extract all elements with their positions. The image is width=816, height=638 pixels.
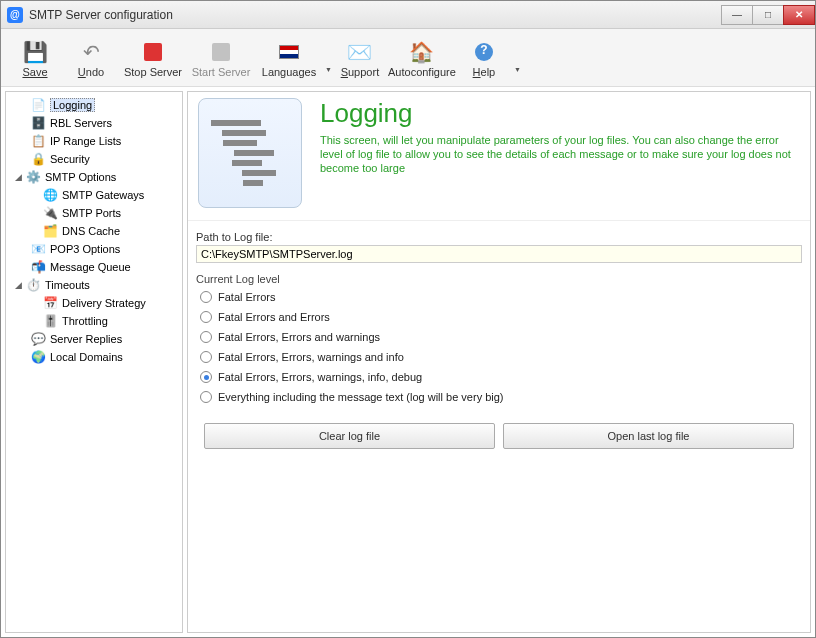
- clear-log-button[interactable]: Clear log file: [204, 423, 495, 449]
- page-description: This screen, will let you manipulate par…: [320, 133, 800, 175]
- tree-item-smtp-ports[interactable]: 🔌SMTP Ports: [6, 204, 182, 222]
- domain-icon: 🌍: [30, 349, 46, 365]
- mail-icon: 📧: [30, 241, 46, 257]
- start-server-label: Start Server: [192, 66, 251, 78]
- undo-button[interactable]: ↶ Undo: [63, 31, 119, 85]
- list-icon: 📋: [30, 133, 46, 149]
- flag-icon: [275, 38, 303, 66]
- start-server-button[interactable]: Start Server: [187, 31, 255, 85]
- radio-fatal-errors[interactable]: Fatal Errors and Errors: [200, 311, 802, 323]
- toolbar: 💾 Save ↶ Undo Stop Server Start Server L…: [1, 29, 815, 87]
- minimize-button[interactable]: —: [721, 5, 753, 25]
- radio-fatal-errors-warnings-info[interactable]: Fatal Errors, Errors, warnings and info: [200, 351, 802, 363]
- tree-item-security[interactable]: 🔒Security: [6, 150, 182, 168]
- minimize-icon: —: [732, 9, 742, 20]
- help-button[interactable]: ? Help: [456, 31, 512, 85]
- help-label: Help: [473, 66, 496, 78]
- tree-item-message-queue[interactable]: 📬Message Queue: [6, 258, 182, 276]
- gateway-icon: 🌐: [42, 187, 58, 203]
- undo-icon: ↶: [77, 38, 105, 66]
- start-icon: [207, 38, 235, 66]
- open-log-button[interactable]: Open last log file: [503, 423, 794, 449]
- navigation-tree: 📄Logging 🗄️RBL Servers 📋IP Range Lists 🔒…: [5, 91, 183, 633]
- undo-label: Undo: [78, 66, 104, 78]
- autoconfigure-button[interactable]: 🏠 Autoconfigure: [388, 31, 456, 85]
- radio-fatal-errors-warnings[interactable]: Fatal Errors, Errors and warnings: [200, 331, 802, 343]
- tree-item-ip-range-lists[interactable]: 📋IP Range Lists: [6, 132, 182, 150]
- tree-item-local-domains[interactable]: 🌍Local Domains: [6, 348, 182, 366]
- maximize-icon: □: [765, 9, 771, 20]
- help-icon: ?: [470, 38, 498, 66]
- support-label: Support: [341, 66, 380, 78]
- radio-everything[interactable]: Everything including the message text (l…: [200, 391, 802, 403]
- tree-item-rbl-servers[interactable]: 🗄️RBL Servers: [6, 114, 182, 132]
- close-button[interactable]: ✕: [783, 5, 815, 25]
- queue-icon: 📬: [30, 259, 46, 275]
- window-title: SMTP Server configuration: [29, 8, 722, 22]
- tree-item-timeouts[interactable]: ◢⏱️Timeouts: [6, 276, 182, 294]
- header-section: Logging This screen, will let you manipu…: [188, 92, 810, 214]
- radio-icon: [200, 311, 212, 323]
- collapse-icon[interactable]: ◢: [14, 280, 23, 290]
- page-title: Logging: [320, 98, 800, 129]
- tree-item-delivery-strategy[interactable]: 📅Delivery Strategy: [6, 294, 182, 312]
- title-bar: @ SMTP Server configuration — □ ✕: [1, 1, 815, 29]
- chevron-down-icon[interactable]: ▼: [325, 66, 332, 73]
- support-button[interactable]: ✉️ Support: [332, 31, 388, 85]
- radio-fatal-errors-warnings-info-debug[interactable]: Fatal Errors, Errors, warnings, info, de…: [200, 371, 802, 383]
- languages-button[interactable]: Languages: [255, 31, 323, 85]
- envelope-icon: ✉️: [346, 38, 374, 66]
- maximize-button[interactable]: □: [752, 5, 784, 25]
- clock-icon: ⏱️: [25, 277, 41, 293]
- form-body: Path to Log file: Current Log level Fata…: [188, 220, 810, 463]
- tree-item-server-replies[interactable]: 💬Server Replies: [6, 330, 182, 348]
- radio-icon: [200, 391, 212, 403]
- tree-item-smtp-options[interactable]: ◢⚙️SMTP Options: [6, 168, 182, 186]
- close-icon: ✕: [795, 9, 803, 20]
- save-icon: 💾: [21, 38, 49, 66]
- autoconfigure-label: Autoconfigure: [388, 66, 456, 78]
- collapse-icon[interactable]: ◢: [14, 172, 23, 182]
- radio-icon: [200, 291, 212, 303]
- log-level-label: Current Log level: [196, 273, 802, 285]
- tree-item-throttling[interactable]: 🎚️Throttling: [6, 312, 182, 330]
- throttle-icon: 🎚️: [42, 313, 58, 329]
- stop-server-label: Stop Server: [124, 66, 182, 78]
- calendar-icon: 📅: [42, 295, 58, 311]
- port-icon: 🔌: [42, 205, 58, 221]
- reply-icon: 💬: [30, 331, 46, 347]
- languages-label: Languages: [262, 66, 316, 78]
- main-panel: Logging This screen, will let you manipu…: [187, 91, 811, 633]
- path-label: Path to Log file:: [196, 231, 802, 243]
- log-path-input[interactable]: [196, 245, 802, 263]
- gear-icon: ⚙️: [25, 169, 41, 185]
- radio-icon: [200, 351, 212, 363]
- stop-server-button[interactable]: Stop Server: [119, 31, 187, 85]
- db-icon: 🗄️: [30, 115, 46, 131]
- button-row: Clear log file Open last log file: [196, 413, 802, 459]
- tree-item-dns-cache[interactable]: 🗂️DNS Cache: [6, 222, 182, 240]
- app-icon: @: [7, 7, 23, 23]
- lock-icon: 🔒: [30, 151, 46, 167]
- content-area: 📄Logging 🗄️RBL Servers 📋IP Range Lists 🔒…: [1, 87, 815, 637]
- tree-item-smtp-gateways[interactable]: 🌐SMTP Gateways: [6, 186, 182, 204]
- house-icon: 🏠: [408, 38, 436, 66]
- logging-hero-icon: [198, 98, 302, 208]
- radio-fatal[interactable]: Fatal Errors: [200, 291, 802, 303]
- tree-item-logging[interactable]: 📄Logging: [6, 96, 182, 114]
- dns-icon: 🗂️: [42, 223, 58, 239]
- save-label: Save: [22, 66, 47, 78]
- radio-icon: [200, 371, 212, 383]
- chevron-down-icon[interactable]: ▼: [514, 66, 521, 73]
- radio-icon: [200, 331, 212, 343]
- stop-icon: [139, 38, 167, 66]
- tree-item-pop3-options[interactable]: 📧POP3 Options: [6, 240, 182, 258]
- log-icon: 📄: [30, 97, 46, 113]
- save-button[interactable]: 💾 Save: [7, 31, 63, 85]
- window-controls: — □ ✕: [722, 5, 815, 25]
